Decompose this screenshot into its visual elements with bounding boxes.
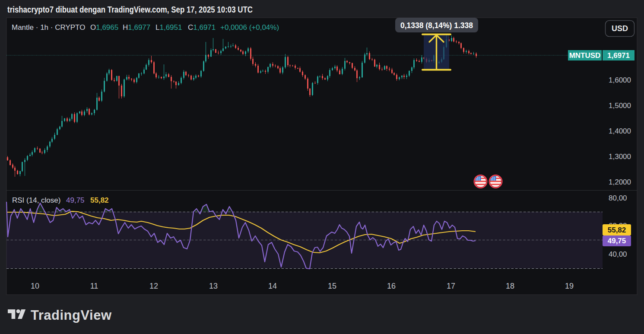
svg-text:TradingView: TradingView — [31, 308, 112, 323]
svg-text:0,1338 (8,14%) 1.338: 0,1338 (8,14%) 1.338 — [400, 21, 473, 30]
svg-text:trishacrypto7 dibuat dengan Tr: trishacrypto7 dibuat dengan TradingView.… — [7, 5, 253, 14]
svg-text:L1,6951: L1,6951 — [155, 23, 182, 32]
svg-text:1,6000: 1,6000 — [609, 76, 631, 84]
svg-text:13: 13 — [209, 282, 218, 290]
svg-text:19: 19 — [565, 282, 574, 290]
svg-text:1,3000: 1,3000 — [609, 153, 631, 161]
svg-text:1,4000: 1,4000 — [609, 127, 631, 135]
svg-text:49,75: 49,75 — [66, 196, 85, 204]
svg-text:14: 14 — [268, 282, 277, 290]
svg-text:RSI (14, close): RSI (14, close) — [12, 196, 60, 204]
svg-text:C1,6971: C1,6971 — [188, 23, 216, 32]
svg-text:O1,6965: O1,6965 — [90, 23, 118, 32]
svg-text:Mantle · 1h · CRYPTO: Mantle · 1h · CRYPTO — [12, 23, 85, 32]
svg-text:1,2000: 1,2000 — [609, 178, 631, 186]
svg-text:40,00: 40,00 — [609, 250, 627, 258]
svg-text:12: 12 — [149, 282, 158, 290]
svg-text:80,00: 80,00 — [609, 194, 627, 202]
svg-text:10: 10 — [31, 282, 39, 290]
svg-text:18: 18 — [506, 282, 514, 290]
svg-text:USD: USD — [612, 24, 628, 33]
svg-text:MNTUSD: MNTUSD — [569, 51, 601, 60]
svg-text:55,82: 55,82 — [608, 226, 626, 234]
svg-text:11: 11 — [90, 282, 98, 290]
svg-text:+0,0006 (+0,04%): +0,0006 (+0,04%) — [220, 23, 279, 32]
svg-text:H1,6977: H1,6977 — [123, 23, 150, 32]
svg-text:1,6971: 1,6971 — [607, 51, 630, 60]
svg-text:55,82: 55,82 — [90, 196, 109, 204]
svg-text:49,75: 49,75 — [608, 237, 626, 245]
svg-text:15: 15 — [328, 282, 336, 290]
svg-text:16: 16 — [387, 282, 396, 290]
svg-text:1,5000: 1,5000 — [609, 102, 631, 110]
svg-text:17: 17 — [447, 282, 455, 290]
